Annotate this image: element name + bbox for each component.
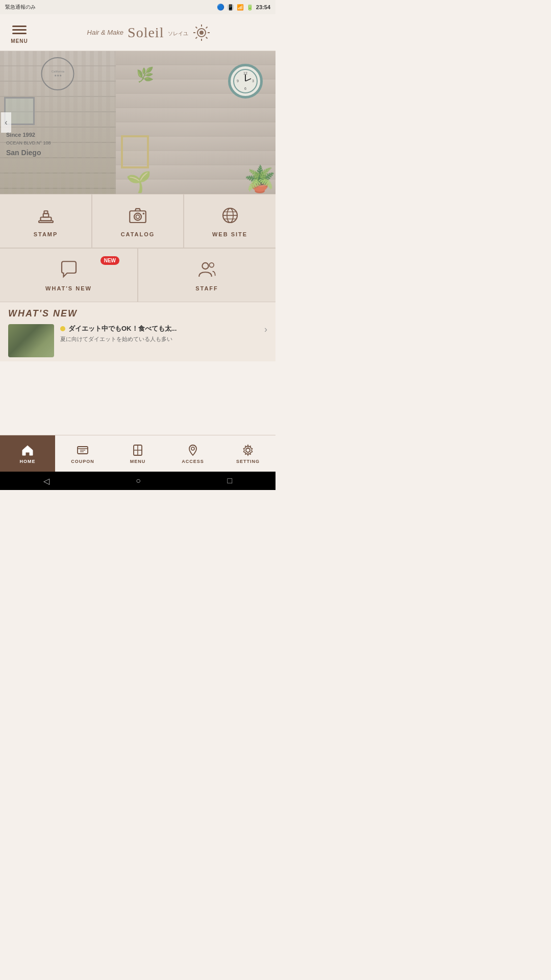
- nav-home-label: HOME: [20, 459, 36, 464]
- nav-menu-label: MENU: [130, 459, 146, 464]
- svg-text:6: 6: [244, 87, 246, 90]
- svg-text:3: 3: [252, 79, 254, 83]
- carousel-prev-button[interactable]: ‹: [1, 112, 11, 133]
- svg-point-39: [191, 447, 194, 450]
- news-title: ダイエット中でもOK！食べても太...: [60, 324, 258, 333]
- catalog-label: CATALOG: [121, 231, 155, 237]
- svg-text:9: 9: [237, 79, 239, 83]
- android-nav-bar: ◁ ○ □: [0, 472, 276, 490]
- sun-icon: [192, 23, 211, 42]
- chat-icon: [58, 259, 80, 280]
- nav-access[interactable]: ACCESS: [165, 435, 220, 472]
- nav-coupon-label: COUPON: [71, 459, 94, 464]
- website-button[interactable]: WEB SITE: [184, 194, 276, 248]
- news-dot: [60, 326, 65, 331]
- nav-access-label: ACCESS: [182, 459, 204, 464]
- svg-point-22: [134, 213, 141, 220]
- app-header: MENU Hair & Make Soleil ソレイユ: [0, 14, 276, 51]
- whatsnew-label: WHAT'S NEW: [45, 285, 92, 291]
- nav-coupon[interactable]: COUPON: [55, 435, 110, 472]
- new-badge: NEW: [101, 256, 119, 265]
- gear-icon: [241, 444, 255, 457]
- logo-small: Hair & Make: [87, 29, 124, 36]
- svg-point-40: [246, 448, 250, 452]
- home-icon: [21, 444, 34, 457]
- location-icon: [186, 444, 199, 457]
- whats-new-title: WHAT'S NEW: [8, 308, 267, 319]
- menu-button[interactable]: MENU: [8, 21, 31, 44]
- bottom-nav: HOME COUPON MENU ACCESS SETTING: [0, 435, 276, 472]
- news-thumbnail: [8, 324, 54, 357]
- svg-point-31: [209, 263, 214, 267]
- svg-text:12: 12: [243, 71, 247, 75]
- svg-point-24: [143, 213, 145, 215]
- news-item[interactable]: ダイエット中でもOK！食べても太... 夏に向けてダイエットを始めている人も多い…: [8, 324, 267, 357]
- news-arrow-icon: ›: [264, 324, 267, 335]
- globe-icon: [219, 205, 241, 226]
- svg-point-1: [199, 31, 204, 35]
- nav-menu[interactable]: MENU: [110, 435, 165, 472]
- news-description: 夏に向けてダイエットを始めている人も多い: [60, 335, 258, 343]
- status-carrier: 緊急通報のみ: [5, 4, 36, 11]
- nav-home[interactable]: HOME: [0, 435, 55, 472]
- whatsnew-button[interactable]: NEW WHAT'S NEW: [0, 249, 138, 302]
- svg-rect-20: [39, 221, 53, 223]
- svg-line-6: [196, 27, 197, 28]
- staff-label: STAFF: [195, 285, 218, 291]
- coupon-icon: [76, 444, 89, 457]
- nav-setting-label: SETTING: [236, 459, 260, 464]
- menu-label: MENU: [8, 38, 31, 44]
- staff-button[interactable]: STAFF: [138, 249, 276, 302]
- stamp-label: STAMP: [34, 231, 58, 237]
- svg-line-8: [206, 27, 208, 28]
- main-grid-top: STAMP CATALOG WEB SITE: [0, 194, 276, 248]
- status-bar: 緊急通報のみ 🔵 📳 📶 🔋 23:54: [0, 0, 276, 14]
- catalog-button[interactable]: CATALOG: [92, 194, 184, 248]
- svg-line-7: [206, 37, 208, 38]
- svg-line-9: [196, 37, 197, 38]
- logo-sub: ソレイユ: [168, 30, 188, 37]
- menu-book-icon: [131, 444, 144, 457]
- hero-image: California★★★ Since 1992 OCEAN BLVD.N° 1…: [0, 51, 276, 194]
- home-button[interactable]: ○: [136, 476, 141, 485]
- status-time: 23:54: [256, 4, 270, 10]
- news-text-area: ダイエット中でもOK！食べても太... 夏に向けてダイエットを始めている人も多い: [60, 324, 258, 343]
- nav-setting[interactable]: SETTING: [220, 435, 276, 472]
- whats-new-section: WHAT'S NEW ダイエット中でもOK！食べても太... 夏に向けてダイエッ…: [0, 302, 276, 361]
- logo-area: Hair & Make Soleil ソレイユ: [31, 23, 267, 42]
- stamp-button[interactable]: STAMP: [0, 194, 92, 248]
- main-grid-bottom: NEW WHAT'S NEW STAFF: [0, 248, 276, 302]
- logo-main: Soleil: [128, 24, 164, 41]
- back-button[interactable]: ◁: [43, 476, 49, 486]
- people-icon: [196, 259, 218, 280]
- svg-point-30: [202, 263, 208, 269]
- website-label: WEB SITE: [212, 231, 247, 237]
- stamp-icon: [35, 205, 57, 226]
- svg-point-23: [136, 215, 140, 218]
- recent-button[interactable]: □: [228, 476, 233, 485]
- camera-icon: [127, 205, 148, 226]
- svg-rect-19: [44, 211, 47, 213]
